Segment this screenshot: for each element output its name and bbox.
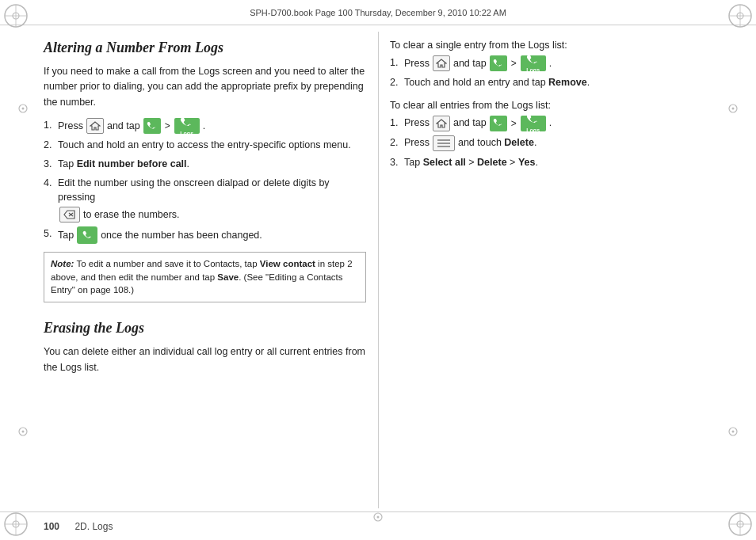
single-s1-press: Press: [404, 56, 430, 71]
single-s1-and-tap: and tap: [453, 56, 487, 71]
single-step-1: 1. Press and tap: [390, 55, 712, 71]
logs-icon-2: Logs: [521, 55, 546, 71]
all-step-3: 3. Tap Select all > Delete > Yes.: [390, 155, 712, 170]
left-column: Altering a Number From Logs If you need …: [44, 25, 366, 508]
phone-icon-1: [143, 118, 161, 134]
step-4-num: 4.: [44, 176, 58, 191]
step-5: 5. Tap once the number has been changed.: [44, 226, 366, 244]
gt-2: >: [511, 56, 517, 70]
all-step-1: 1. Press and tap: [390, 116, 712, 131]
all-s3-bold1: Select all: [423, 157, 466, 168]
step-1-period: .: [203, 119, 205, 134]
logs-icon-inner-2: Logs: [526, 54, 540, 74]
corner-decoration-tr: [726, 2, 754, 30]
menu-icon: [433, 135, 455, 151]
all-step-2-num: 2.: [390, 135, 404, 150]
footer-spacer: [66, 521, 68, 532]
logs-icon-3: Logs: [521, 116, 546, 131]
all-step-1-num: 1.: [390, 116, 404, 131]
side-marker-left-top: [17, 103, 29, 114]
all-entries-heading: To clear all entries from the Logs list:: [390, 100, 712, 111]
all-s1-and-tap: and tap: [453, 116, 487, 131]
footer-bar: 100 2D. Logs: [0, 511, 756, 540]
note-bold1: View contact: [260, 259, 315, 268]
svg-point-17: [22, 108, 25, 110]
footer-page: 100: [44, 521, 59, 532]
step-1-content: Press and tap >: [58, 118, 366, 134]
erasing-title: Erasing the Logs: [44, 320, 366, 337]
altering-steps: 1. Press and tap: [44, 118, 366, 244]
home-icon-2: [433, 55, 450, 71]
step-3-bold: Edit number before call: [77, 158, 187, 169]
single-step-2: 2. Touch and hold an entry and tap Remov…: [390, 75, 712, 90]
altering-title: Altering a Number From Logs: [44, 40, 366, 56]
note-bold2: Save: [217, 272, 239, 282]
svg-point-21: [732, 108, 735, 110]
backspace-icon: [59, 207, 80, 222]
all-entries-steps: 1. Press and tap: [390, 116, 712, 170]
logs-icon-inner-3: Logs: [526, 113, 540, 133]
all-s3-bold2: Delete: [477, 157, 507, 168]
note-text: To edit a number and save it to Contacts…: [51, 259, 353, 295]
step-4-content: Edit the number using the onscreen dialp…: [58, 176, 366, 223]
step-3-tap: Tap Edit number before call.: [58, 157, 189, 172]
header-bar: SPH-D700.book Page 100 Thursday, Decembe…: [0, 0, 756, 25]
note-label: Note:: [51, 259, 74, 268]
phone-icon-2: [490, 55, 507, 71]
single-step-1-content: Press and tap >: [404, 55, 712, 71]
svg-point-19: [22, 431, 25, 433]
step-3-num: 3.: [44, 157, 58, 172]
step-5-text2: once the number has been changed.: [101, 228, 262, 243]
single-s1-period: .: [549, 56, 552, 71]
all-step-2: 2. Press and touch Delete.: [390, 135, 712, 151]
svg-point-23: [732, 431, 735, 433]
erasing-intro: You can delete either an individual call…: [44, 344, 366, 375]
single-step-1-num: 1.: [390, 55, 404, 70]
step-1-press: Press: [58, 119, 83, 134]
step-3-content: Tap Edit number before call.: [58, 157, 366, 172]
single-s2-bold: Remove: [548, 77, 587, 88]
all-s3-text: Tap Select all > Delete > Yes.: [404, 155, 538, 170]
logs-text: Logs: [180, 131, 193, 136]
side-marker-right-bottom: [727, 426, 739, 437]
all-step-3-content: Tap Select all > Delete > Yes.: [404, 155, 712, 170]
altering-intro: If you need to make a call from the Logs…: [44, 64, 366, 110]
all-s2-press: Press: [404, 135, 430, 150]
home-icon-1: [86, 118, 104, 134]
step-1: 1. Press and tap: [44, 118, 366, 134]
all-s2-bold: Delete: [504, 137, 534, 148]
step-1-num: 1.: [44, 118, 58, 133]
all-step-2-content: Press and touch Delete.: [404, 135, 712, 151]
single-entry-steps: 1. Press and tap: [390, 55, 712, 90]
home-icon-3: [433, 116, 450, 131]
single-s2-text: Touch and hold an entry and tap Remove.: [404, 75, 590, 90]
step-4-text2: to erase the numbers.: [83, 207, 180, 222]
step-4-text: Edit the number using the onscreen dialp…: [58, 176, 366, 206]
all-step-1-content: Press and tap >: [404, 116, 712, 131]
step-3: 3. Tap Edit number before call.: [44, 157, 366, 172]
step-2-content: Touch and hold an entry to access the en…: [58, 138, 366, 153]
step-2-num: 2.: [44, 138, 58, 153]
all-step-3-num: 3.: [390, 155, 404, 170]
single-entry-heading: To clear a single entry from the Logs li…: [390, 40, 712, 51]
header-text: SPH-D700.book Page 100 Thursday, Decembe…: [250, 8, 506, 17]
gt-3: >: [511, 116, 517, 131]
page: SPH-D700.book Page 100 Thursday, Decembe…: [0, 0, 756, 540]
footer-section: 2D. Logs: [74, 521, 113, 532]
right-column: To clear a single entry from the Logs li…: [390, 25, 712, 508]
single-step-2-content: Touch and hold an entry and tap Remove.: [404, 75, 712, 90]
phone-icon-3: [490, 116, 507, 131]
all-s2-and-touch: and touch Delete.: [458, 135, 536, 150]
all-s1-press: Press: [404, 116, 430, 131]
phone-green-icon: [77, 226, 97, 244]
note-box: Note: To edit a number and save it to Co…: [44, 252, 366, 302]
step-4: 4. Edit the number using the onscreen di…: [44, 176, 366, 223]
all-s3-bold3: Yes: [518, 157, 536, 168]
logs-text-2: Logs: [526, 67, 540, 73]
logs-icon-1: Logs: [174, 118, 200, 134]
step-5-num: 5.: [44, 226, 58, 241]
corner-decoration-tl: [2, 2, 30, 30]
logs-text-3: Logs: [526, 127, 540, 133]
gt-1: >: [165, 119, 170, 133]
logs-icon-inner: Logs: [180, 116, 193, 136]
